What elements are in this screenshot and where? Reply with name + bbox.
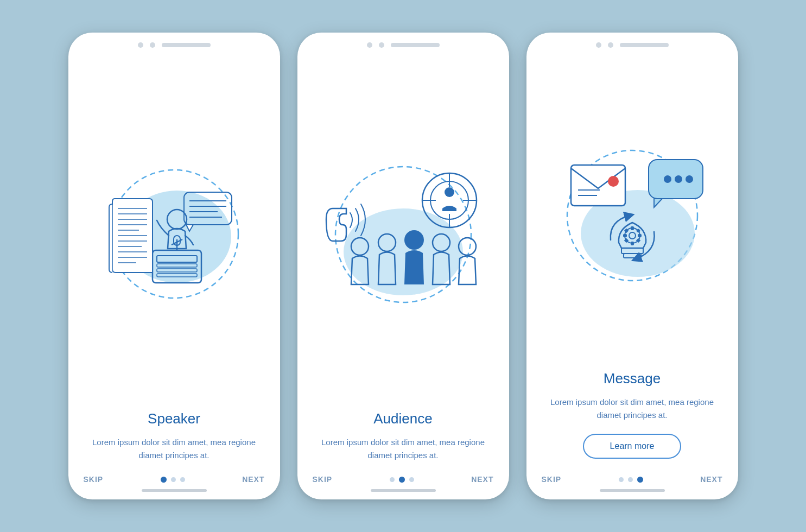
phones-container: Speaker Lorem ipsum dolor sit dim amet, … [68, 33, 738, 499]
speaker-home-indicator [142, 489, 207, 492]
message-home-indicator [600, 489, 665, 492]
speaker-bottom-content: Speaker Lorem ipsum dolor sit dim amet, … [68, 410, 280, 468]
status-bar-line [391, 43, 440, 47]
svg-point-52 [686, 175, 693, 183]
svg-point-36 [445, 187, 454, 197]
nav-dot-2 [399, 477, 405, 483]
audience-bottom-content: Audience Lorem ipsum dolor sit dim amet,… [297, 410, 509, 468]
message-svg [548, 137, 716, 292]
speaker-skip-button[interactable]: SKIP [84, 475, 104, 484]
speaker-next-button[interactable]: NEXT [242, 475, 264, 484]
speaker-nav-bar: SKIP NEXT [68, 468, 280, 489]
status-dot [596, 42, 601, 48]
svg-point-29 [344, 208, 463, 295]
svg-point-50 [664, 175, 671, 183]
status-dot [138, 42, 143, 48]
message-bottom-content: Message Lorem ipsum dolor sit dim amet, … [526, 370, 738, 468]
svg-rect-57 [631, 226, 634, 230]
phone-speaker: Speaker Lorem ipsum dolor sit dim amet, … [68, 33, 280, 499]
svg-point-51 [675, 175, 682, 183]
nav-dot-1 [619, 477, 624, 482]
audience-home-indicator [371, 489, 436, 492]
svg-point-31 [430, 181, 468, 219]
audience-nav-bar: SKIP NEXT [297, 468, 509, 489]
audience-description: Lorem ipsum dolor sit dim amet, mea regi… [315, 436, 492, 462]
status-bar-1 [68, 33, 280, 52]
message-skip-button[interactable]: SKIP [542, 475, 562, 484]
nav-dot-3 [180, 477, 185, 482]
status-dot [367, 42, 372, 48]
audience-illustration-area [297, 52, 509, 410]
message-title: Message [604, 370, 661, 387]
learn-more-button[interactable]: Learn more [583, 434, 682, 459]
phone-audience: Audience Lorem ipsum dolor sit dim amet,… [297, 33, 509, 499]
status-dot [379, 42, 384, 48]
nav-dot-1 [161, 477, 167, 483]
status-dot [150, 42, 155, 48]
speaker-description: Lorem ipsum dolor sit dim amet, mea regi… [86, 436, 263, 462]
status-bar-2 [297, 33, 509, 52]
message-description: Lorem ipsum dolor sit dim amet, mea regi… [544, 396, 721, 422]
nav-dot-3 [409, 477, 414, 482]
svg-point-39 [404, 230, 424, 250]
speaker-title: Speaker [148, 410, 200, 427]
audience-svg [316, 154, 490, 314]
message-illustration-area [526, 52, 738, 370]
speaker-nav-dots [161, 477, 185, 483]
phone-message: Message Lorem ipsum dolor sit dim amet, … [526, 33, 738, 499]
audience-nav-dots [390, 477, 414, 483]
svg-point-45 [608, 176, 619, 187]
message-next-button[interactable]: NEXT [700, 475, 722, 484]
svg-rect-60 [623, 234, 627, 237]
status-bar-3 [526, 33, 738, 52]
speaker-illustration-area [68, 52, 280, 410]
status-bar-line [162, 43, 211, 47]
svg-rect-58 [631, 242, 634, 245]
nav-dot-3 [637, 477, 643, 483]
status-bar-line [620, 43, 669, 47]
audience-title: Audience [373, 410, 432, 427]
status-dot [608, 42, 613, 48]
nav-dot-2 [628, 477, 633, 482]
nav-dot-2 [171, 477, 176, 482]
audience-next-button[interactable]: NEXT [471, 475, 493, 484]
message-nav-bar: SKIP NEXT [526, 468, 738, 489]
svg-rect-44 [571, 165, 625, 206]
audience-skip-button[interactable]: SKIP [313, 475, 333, 484]
nav-dot-1 [390, 477, 395, 482]
svg-rect-59 [638, 234, 642, 237]
speaker-svg [93, 155, 256, 313]
message-nav-dots [619, 477, 643, 483]
